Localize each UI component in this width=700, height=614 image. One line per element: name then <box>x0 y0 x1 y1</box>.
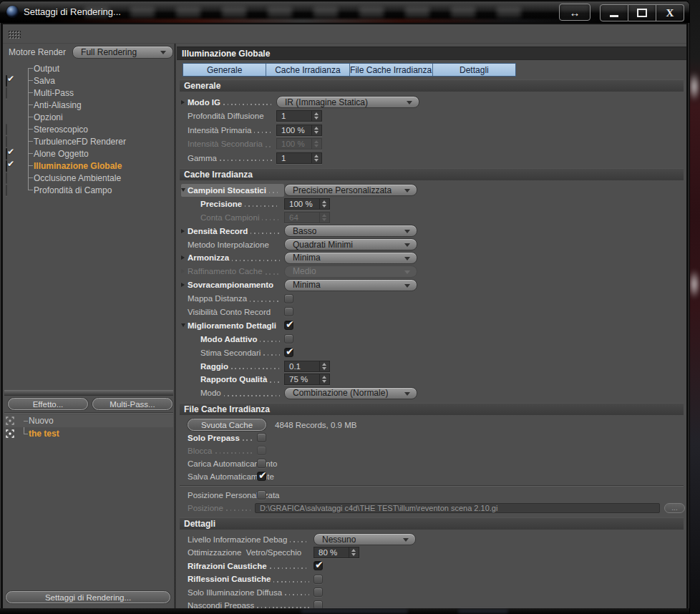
render-preset-icon <box>6 416 14 425</box>
minimize-button[interactable] <box>600 4 628 21</box>
checkbox-solo-illuminazione-diffusa[interactable] <box>313 588 323 597</box>
dropdown-livello-informazione-debag[interactable]: Nessuno <box>313 533 416 545</box>
enable-checkbox[interactable] <box>6 75 7 87</box>
chevron-down-icon <box>404 243 410 247</box>
svuota-cache-button[interactable]: Svuota Cache <box>188 419 266 431</box>
enable-checkbox[interactable] <box>6 136 7 147</box>
spinner-intensit-primaria[interactable]: 100 % <box>276 125 322 136</box>
tree-item-occlusione-ambientale[interactable]: Occlusione Ambientale <box>4 172 173 184</box>
settings-tree: OutputSalvaMulti-PassAnti-AliasingOpzion… <box>4 61 173 200</box>
spinner-profondit-diffusione[interactable]: 1 <box>276 110 322 122</box>
maximize-button[interactable] <box>628 4 656 21</box>
close-button[interactable]: X <box>656 4 684 21</box>
section-header-file[interactable]: File Cache Irradianza <box>180 403 684 415</box>
expander-icon[interactable] <box>181 100 185 104</box>
spinner-ottimizzazione-vetro-specchio[interactable]: 80 % <box>313 547 359 558</box>
tree-item-stereoscopico[interactable]: Stereoscopico <box>4 123 173 135</box>
tree-item-alone-oggetto[interactable]: Alone Oggetto <box>4 147 173 160</box>
expander-icon[interactable] <box>181 229 185 233</box>
tab-dettagli[interactable]: Dettagli <box>433 64 515 76</box>
dot-leader <box>250 301 280 302</box>
dropdown-value: Minima <box>285 280 321 290</box>
section-header-generale[interactable]: Generale <box>180 79 684 92</box>
enable-checkbox[interactable] <box>6 148 7 160</box>
spinner-arrows-icon[interactable] <box>311 111 321 121</box>
enable-checkbox[interactable] <box>6 185 7 196</box>
dot-leader <box>270 567 309 569</box>
render-preset-icon <box>6 429 14 438</box>
checkbox-nascondi-prepass[interactable] <box>313 600 323 608</box>
effect-button[interactable]: Effetto... <box>8 398 88 410</box>
tree-item-profondit-di-campo[interactable]: Profondità di Campo <box>4 184 173 196</box>
expander-icon[interactable] <box>181 188 185 192</box>
tree-item-label: Occlusione Ambientale <box>34 173 121 183</box>
multipass-button[interactable]: Multi-Pass... <box>92 398 172 410</box>
expander-icon[interactable] <box>181 269 185 273</box>
section-header-dettagli[interactable]: Dettagli <box>180 517 684 530</box>
expander-icon[interactable] <box>181 255 185 260</box>
checkbox-carica-automaticamento[interactable] <box>257 459 266 468</box>
checkbox-solo-prepass[interactable] <box>257 433 266 442</box>
tree-item-illuminazione-globale[interactable]: Illuminazione Globale <box>4 160 173 172</box>
spinner-value: 100 % <box>277 126 311 135</box>
tree-item-output[interactable]: Output <box>4 62 173 74</box>
spinner-arrows-icon[interactable] <box>311 125 321 135</box>
attribute-row-carica-automaticamento: Carica Automaticamento <box>177 457 686 470</box>
dropdown-sovracampionamento[interactable]: Minima <box>284 279 417 291</box>
dropdown-campioni-stocastici[interactable]: Precisione Personalizzata <box>284 184 417 196</box>
section-header-cache[interactable]: Cache Irradianza <box>180 168 684 180</box>
tree-item-salva[interactable]: Salva <box>4 74 173 87</box>
tree-item-anti-aliasing[interactable]: Anti-Aliasing <box>4 99 173 111</box>
dropdown-armonizza[interactable]: Minima <box>284 252 417 264</box>
expander-icon[interactable] <box>181 323 185 327</box>
field-label: Metodo Interpolazione <box>188 240 269 249</box>
enable-checkbox[interactable] <box>6 160 7 172</box>
checkbox-riflessioni-caustiche[interactable] <box>313 575 323 584</box>
checkbox-miglioramento-dettagli[interactable] <box>284 321 293 330</box>
palette-grip-icon[interactable] <box>8 30 21 39</box>
checkbox-mappa-distanza[interactable] <box>284 294 293 303</box>
enable-checkbox[interactable] <box>6 87 7 99</box>
field-label: Intensità Secondaria <box>188 140 263 148</box>
titlebar[interactable]: Settaggi di Rendering... ↔ X <box>0 1 689 23</box>
enable-checkbox[interactable] <box>6 124 7 135</box>
dot-leader <box>269 192 280 193</box>
chevron-down-icon <box>404 284 410 288</box>
dropdown-modo[interactable]: Combinazione (Normale) <box>284 387 417 399</box>
engine-dropdown[interactable]: Full Rendering <box>72 46 173 59</box>
tree-item-turbulencefd-renderer[interactable]: TurbulenceFD Renderer <box>4 135 173 147</box>
preset-item-nuovo[interactable]: Nuovo <box>4 414 173 427</box>
spinner-arrows-icon[interactable] <box>319 374 329 384</box>
spinner-rapporto-qualit[interactable]: 75 % <box>284 374 330 385</box>
swap-layout-button[interactable]: ↔ <box>559 4 590 21</box>
checkbox-visibilit-conto-record[interactable] <box>284 307 293 316</box>
dropdown-modo-ig[interactable]: IR (Immagine Statica) <box>276 96 419 108</box>
sidebar-empty-space <box>4 200 173 390</box>
panel-splitter[interactable] <box>4 390 173 396</box>
tree-item-opzioni[interactable]: Opzioni <box>4 111 173 123</box>
checkbox-stima-secondari[interactable] <box>284 348 293 357</box>
checkbox-modo-adattivo[interactable] <box>284 334 293 343</box>
tab-file-cache-irradianza[interactable]: File Cache Irradianza <box>350 64 432 76</box>
checkbox-rifrazioni-caustiche[interactable] <box>313 561 323 570</box>
preset-item-the-test[interactable]: the test <box>4 427 173 440</box>
tab-cache-irradianza[interactable]: Cache Irradianza <box>266 64 349 76</box>
spinner-arrows-icon[interactable] <box>319 361 329 371</box>
spinner-gamma[interactable]: 1 <box>276 152 322 164</box>
tab-generale[interactable]: Generale <box>183 64 266 76</box>
checkbox-slot <box>6 173 15 183</box>
enable-checkbox[interactable] <box>6 172 7 184</box>
spinner-raggio[interactable]: 0.1 <box>284 361 330 372</box>
tree-item-multi-pass[interactable]: Multi-Pass <box>4 87 173 99</box>
dropdown-metodo-interpolazione[interactable]: Quadrati Minimi <box>284 238 417 250</box>
expander-icon[interactable] <box>181 283 185 287</box>
render-settings-button[interactable]: Settaggi di Rendering... <box>6 591 170 603</box>
spinner-arrows-icon[interactable] <box>349 547 359 557</box>
checkbox-slot <box>6 185 15 195</box>
dropdown-densit-record[interactable]: Basso <box>284 225 417 237</box>
spinner-precisione[interactable]: 100 % <box>284 198 330 210</box>
spinner-arrows-icon[interactable] <box>311 153 321 163</box>
checkbox-posizione-personalizzata[interactable] <box>257 490 266 500</box>
checkbox-salva-automaticamente[interactable] <box>257 472 266 481</box>
spinner-arrows-icon[interactable] <box>319 199 329 209</box>
